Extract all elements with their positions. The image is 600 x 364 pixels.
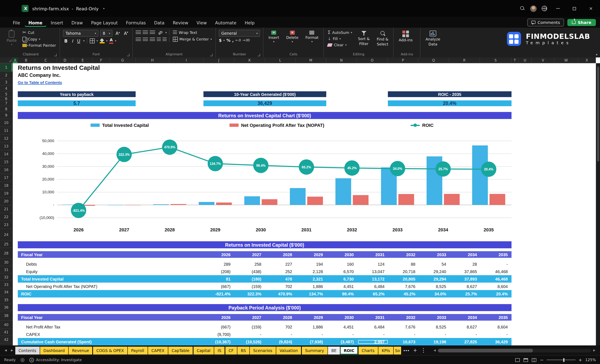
scroll-right-icon[interactable]: ▶ [591,349,598,352]
table-cell[interactable]: 46,468 [481,277,512,281]
sort-filter-button[interactable]: Sort &Filter [356,30,372,47]
table-cell[interactable]: 252 [265,269,296,274]
table-cell[interactable]: 37,893 [450,277,481,281]
year-header[interactable]: 2027 [234,252,265,257]
row-header-38[interactable]: 38 [0,311,12,321]
sheet-tab-captable[interactable]: CapTable [168,346,193,354]
table-cell[interactable]: (9,824) [265,339,296,344]
align-left-icon[interactable] [136,37,141,41]
row-header-40[interactable]: 40 [0,321,12,329]
vertical-scrollbar-thumb[interactable] [597,66,599,162]
network-globe-icon[interactable] [542,6,547,11]
clear-button[interactable]: Clear▾ [327,43,353,47]
decrease-indent-icon[interactable] [157,37,161,41]
selected-cell[interactable]: 2,997 [357,339,388,344]
column-header-B[interactable]: B [18,57,35,63]
menu-insert[interactable]: Insert [47,18,67,27]
column-header-I[interactable]: I [169,57,203,63]
row-header-1[interactable]: 1 [0,63,12,72]
table-cell[interactable]: 98.4% [327,291,357,296]
row-label[interactable]: Total Invested Capital [18,277,203,281]
year-header[interactable]: 2031 [357,315,388,319]
column-header-M[interactable]: M [296,57,326,63]
increase-decimal-button[interactable]: ←.0 [235,38,241,42]
number-dialog-launcher-icon[interactable] [258,54,260,56]
title-chevron-down-icon[interactable]: ▾ [103,7,105,10]
year-header[interactable]: 2033 [419,315,450,319]
align-top-icon[interactable] [136,31,141,34]
underline-button[interactable]: U [76,38,82,43]
menu-file[interactable]: File [9,18,24,27]
row-header-25[interactable]: 25 [0,240,12,248]
sheet-tab-so[interactable]: So [394,346,401,354]
row-header-22[interactable]: 22 [0,213,12,221]
table-cell[interactable]: 81 [203,277,234,281]
table-cell[interactable]: 6,484 [357,325,388,329]
vertical-scrollbar[interactable] [596,63,600,346]
table-cell[interactable]: 8,627 [450,284,481,289]
sheet-tab-cogs-opex[interactable]: COGS & OPEX [93,346,127,354]
align-right-icon[interactable] [150,37,155,41]
sheet-tab-dashboard[interactable]: Dashboard [40,346,68,354]
row-header-15[interactable]: 15 [0,158,12,166]
table-cell[interactable]: (10,367) [203,339,234,344]
fill-color-icon[interactable] [99,38,104,43]
row-header-42[interactable]: 42 [0,336,12,343]
table-cell[interactable]: 289 [203,262,234,266]
year-header[interactable]: 2031 [357,252,388,257]
row-header-34[interactable]: 34 [0,288,12,296]
column-header-Q[interactable]: Q [419,57,449,63]
row-header-17[interactable]: 17 [0,174,12,182]
row-label[interactable]: CAPEX [18,332,203,337]
column-header-W[interactable]: W [554,57,578,63]
paste-button[interactable]: Paste ▾ [5,30,19,47]
column-header-X[interactable]: X [578,57,596,63]
font-size-select[interactable]: 8▾ [100,30,113,37]
fiscal-year-label[interactable]: Fiscal Year [18,252,203,257]
year-header[interactable]: 2032 [388,252,419,257]
table-cell[interactable]: 1,886 [296,325,327,329]
menu-review[interactable]: Review [169,18,192,27]
year-header[interactable]: 2030 [327,252,357,257]
accessibility-status[interactable]: Accessibility: Investigate [29,358,82,362]
sheet-tab-be[interactable]: BE [328,346,340,354]
table-cell[interactable]: 6,730 [327,277,357,281]
table-cell[interactable]: (3,487) [327,339,357,344]
alignment-dialog-launcher-icon[interactable] [210,54,213,56]
column-header-O[interactable]: O [357,57,388,63]
sheet-tab-summary[interactable]: Summary [302,346,328,354]
kpi-value[interactable]: 36,429 [203,100,326,106]
table-cell[interactable]: 124 [357,262,388,266]
table-cell[interactable]: 19,198 [419,339,450,344]
sheet-tab-revenue[interactable]: Revenue [69,346,93,354]
copy-button[interactable]: Copy▾ [22,36,57,42]
row-header-31[interactable]: 31 [0,266,12,273]
percent-format-button[interactable]: % [226,38,231,43]
borders-icon[interactable] [90,38,95,43]
page-layout-view-button[interactable] [523,358,528,362]
sheet-tab-is[interactable]: IS [214,346,225,354]
clipboard-dialog-launcher-icon[interactable] [54,54,57,56]
table-cell[interactable]: (667) [203,284,234,289]
column-header-S[interactable]: S [480,57,512,63]
sheet-options-icon[interactable] [423,350,424,351]
zoom-out-button[interactable]: − [540,357,544,363]
addins-button[interactable]: Add-ins [397,30,415,43]
table-cell[interactable]: 13,172 [357,277,388,281]
page-break-view-button[interactable] [532,358,536,362]
row-header-14[interactable]: 14 [0,150,12,158]
sheet-tab-capex[interactable]: CAPEX [148,346,168,354]
font-color-icon[interactable]: A [109,38,113,44]
horizontal-scrollbar-thumb[interactable] [438,348,533,352]
tabs-scroll-left-icon[interactable]: ◀ [2,349,9,352]
row-header-36[interactable]: 36 [0,304,12,311]
table-cell[interactable]: (159) [234,325,265,329]
table-cell[interactable]: 65.2% [357,291,388,296]
menu-automate[interactable]: Automate [211,18,240,27]
currency-format-button[interactable]: $ [219,38,222,43]
row-header-30[interactable]: 30 [0,259,12,266]
macro-record-icon[interactable] [21,358,24,362]
column-header-U[interactable]: U [518,57,532,63]
menu-draw[interactable]: Draw [68,18,87,27]
horizontal-scrollbar[interactable]: ◀ ▶ [431,348,598,352]
